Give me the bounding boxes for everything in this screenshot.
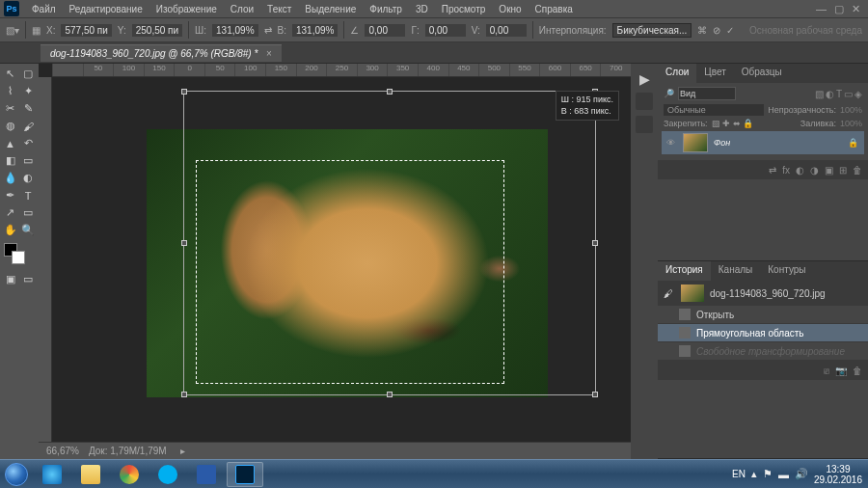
lang-indicator[interactable]: EN (732, 469, 746, 479)
fx-icon[interactable]: fx (782, 165, 790, 176)
doc-size-readout[interactable]: Док: 1,79M/1,79M (89, 446, 167, 456)
skew-g-input[interactable]: 0,00 (425, 24, 466, 37)
history-item[interactable]: Прямоугольная область (658, 324, 868, 342)
transform-bounding-box[interactable] (183, 91, 596, 395)
snapshot-from-state-icon[interactable]: ⎚ (824, 366, 829, 376)
x-input[interactable]: 577,50 пи (61, 24, 111, 37)
type-tool[interactable]: T (20, 187, 37, 203)
menu-select[interactable]: Выделение (298, 2, 363, 16)
blur-tool[interactable]: 💧 (2, 170, 18, 186)
layer-thumbnail[interactable] (683, 133, 708, 152)
tray-flag-icon[interactable]: ▴ (751, 468, 757, 480)
color-swatches[interactable] (2, 243, 37, 270)
background-swatch[interactable] (12, 251, 25, 264)
transform-handle[interactable] (181, 392, 187, 397)
menu-text[interactable]: Текст (260, 2, 298, 16)
tray-action-center-icon[interactable]: ⚑ (763, 468, 773, 480)
menu-3d[interactable]: 3D (409, 2, 435, 16)
collapsed-panel-icon[interactable] (636, 116, 653, 133)
menu-view[interactable]: Просмотр (435, 2, 493, 16)
tab-color[interactable]: Цвет (696, 64, 733, 83)
hand-tool[interactable]: ✋ (2, 222, 18, 238)
taskbar-ie[interactable] (34, 462, 70, 487)
tool-preset-icon[interactable]: ▧▾ (6, 25, 19, 36)
dodge-tool[interactable]: ◐ (20, 170, 37, 186)
mask-icon[interactable]: ◐ (796, 165, 804, 176)
tray-network-icon[interactable]: ▬ (778, 469, 789, 480)
filter-pixel-icon[interactable]: ▧ (815, 89, 824, 99)
clock[interactable]: 13:39 29.02.2016 (814, 464, 862, 485)
blend-mode-select[interactable]: Обычные (664, 104, 764, 116)
menu-layers[interactable]: Слои (224, 2, 260, 16)
eraser-tool[interactable]: ◧ (2, 152, 18, 169)
transform-handle[interactable] (181, 240, 187, 246)
history-brush-source-icon[interactable]: 🖌 (662, 288, 675, 299)
menu-help[interactable]: Справка (529, 2, 580, 16)
healing-tool[interactable]: ◍ (2, 118, 18, 134)
filter-shape-icon[interactable]: ▭ (844, 89, 853, 99)
menu-file[interactable]: Файл (25, 2, 63, 16)
pen-tool[interactable]: ✒ (2, 187, 18, 203)
magic-wand-tool[interactable]: ✦ (20, 83, 37, 99)
transform-handle[interactable] (387, 392, 393, 397)
w-input[interactable]: 131,09% (212, 24, 258, 37)
menu-edit[interactable]: Редактирование (63, 2, 149, 16)
transform-handle[interactable] (592, 392, 598, 397)
tab-channels[interactable]: Каналы (711, 261, 761, 281)
tab-layers[interactable]: Слои (658, 64, 696, 83)
quickmask-tool[interactable]: ▣ (2, 271, 18, 287)
crop-tool[interactable]: ✂ (2, 100, 18, 117)
stamp-tool[interactable]: ▲ (2, 135, 18, 151)
y-input[interactable]: 250,50 пи (132, 24, 182, 37)
ruler-horizontal[interactable]: 5010015005010015020025030035040045050055… (52, 64, 631, 77)
move-tool[interactable]: ↖ (2, 66, 18, 82)
interp-select[interactable]: Бикубическая... (612, 23, 692, 38)
play-action-icon[interactable]: ▶ (639, 71, 650, 87)
new-snapshot-icon[interactable]: 📷 (835, 366, 847, 376)
fill-value[interactable]: 100% (840, 119, 862, 128)
start-button[interactable] (0, 460, 33, 489)
close-button[interactable]: ✕ (852, 3, 860, 15)
maximize-button[interactable]: ▢ (834, 3, 844, 15)
zoom-readout[interactable]: 66,67% (46, 446, 79, 456)
status-flyout-icon[interactable]: ▸ (180, 446, 185, 456)
lasso-tool[interactable]: ⌇ (2, 83, 18, 99)
eyedropper-tool[interactable]: ✎ (20, 100, 37, 117)
tab-close-icon[interactable]: × (266, 48, 272, 59)
angle-input[interactable]: 0,00 (365, 24, 405, 37)
taskbar-skype[interactable] (149, 462, 186, 487)
tab-swatches[interactable]: Образцы (734, 64, 790, 83)
filter-smart-icon[interactable]: ◈ (854, 89, 862, 99)
adjustment-icon[interactable]: ◑ (810, 165, 819, 176)
h-input[interactable]: 131,09% (292, 24, 338, 37)
marquee-tool[interactable]: ▢ (20, 66, 37, 82)
lock-icons[interactable]: ▧ ✚ ⬌ 🔒 (712, 119, 754, 128)
menu-image[interactable]: Изображение (149, 2, 224, 16)
taskbar-photoshop[interactable] (227, 462, 263, 487)
gradient-tool[interactable]: ▭ (20, 152, 37, 169)
transform-handle[interactable] (592, 240, 598, 246)
taskbar-explorer[interactable] (72, 462, 109, 487)
link-icon[interactable]: ⇄ (264, 25, 272, 36)
layer-name[interactable]: Фон (714, 138, 730, 148)
brush-tool[interactable]: 🖌 (20, 118, 37, 134)
tab-history[interactable]: История (658, 261, 711, 281)
commit-transform-icon[interactable]: ✓ (726, 25, 734, 36)
trash-icon[interactable]: 🗑 (853, 165, 862, 176)
cancel-transform-icon[interactable]: ⊘ (713, 25, 720, 36)
ruler-vertical[interactable] (39, 77, 52, 459)
reference-point-icon[interactable]: ▦ (32, 25, 41, 36)
trash-icon[interactable]: 🗑 (853, 366, 862, 376)
menu-window[interactable]: Окно (492, 2, 528, 16)
history-snapshot-row[interactable]: 🖌 dog-1194083_960_720.jpg (658, 281, 868, 306)
filter-icon[interactable]: 🔎 (664, 89, 674, 98)
path-select-tool[interactable]: ↗ (2, 204, 18, 221)
screenmode-tool[interactable]: ▭ (20, 271, 37, 287)
new-layer-icon[interactable]: ⊞ (839, 165, 847, 176)
visibility-icon[interactable]: 👁 (664, 138, 677, 148)
tab-paths[interactable]: Контуры (760, 261, 813, 281)
taskbar-chrome[interactable] (111, 462, 148, 487)
filter-adjust-icon[interactable]: ◐ (826, 89, 834, 99)
filter-type-icon[interactable]: T (836, 89, 842, 99)
skew-v-input[interactable]: 0,00 (486, 24, 527, 37)
